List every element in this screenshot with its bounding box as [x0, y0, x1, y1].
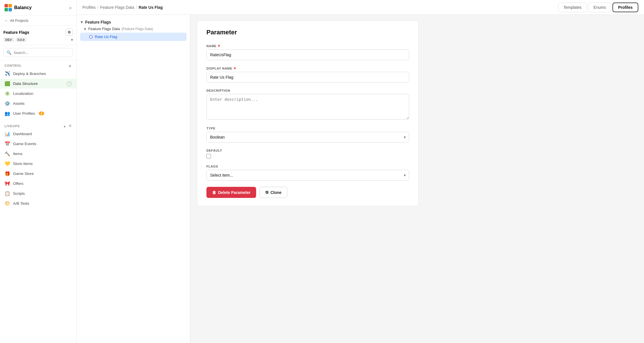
- env-tag: DEV: [3, 37, 14, 42]
- sidebar-item-label: Localization: [13, 91, 33, 96]
- sidebar-item-ab-tests[interactable]: 🌕 A/B Tests: [0, 198, 76, 208]
- beta-badge: β: [39, 112, 44, 115]
- ab-tests-icon: 🌕: [5, 201, 10, 206]
- sidebar-item-label: Store Items: [13, 162, 33, 166]
- sidebar-item-deploy-branches[interactable]: ✈️ Deploy & Branches: [0, 69, 76, 79]
- deploy-icon: ✈️: [5, 71, 10, 76]
- liveops-label: LIVEOPS: [5, 124, 20, 128]
- control-section-header[interactable]: CONTROL ▲: [0, 62, 76, 69]
- tree-panel: ▼ Feature Flags ▼ Feature Flags Data (Fe…: [77, 15, 190, 343]
- sidebar-item-label: Dashboard: [13, 132, 32, 136]
- sidebar-item-scripts[interactable]: 📋 Scripts: [0, 189, 76, 198]
- control-section: CONTROL ▲ ✈️ Deploy & Branches 🟩 Data St…: [0, 60, 76, 121]
- tree-sub-chevron: ▼: [83, 27, 87, 31]
- sidebar-item-store-items[interactable]: 💛 Store Items: [0, 159, 76, 169]
- scripts-icon: 📋: [5, 191, 10, 196]
- detail-panel: Parameter NAME ★ DISPLAY NAME ★: [190, 15, 644, 343]
- sidebar-item-assets[interactable]: ⚙️ Assets: [0, 99, 76, 108]
- app-name: Balancy: [14, 5, 32, 10]
- name-input[interactable]: [206, 49, 409, 60]
- version-tag: 0.0.0: [16, 37, 26, 42]
- delete-label: Delete Parameter: [218, 190, 250, 195]
- flags-field: FLAGS Select item... ▾: [206, 165, 409, 181]
- help-icon[interactable]: ?: [67, 81, 72, 86]
- topbar-tabs: Templates Enums Profiles: [558, 3, 638, 12]
- app-logo: Balancy: [5, 4, 32, 11]
- sidebar-item-label: Deploy & Branches: [13, 72, 46, 76]
- back-arrow-icon: ←: [5, 18, 8, 23]
- sidebar-item-localization[interactable]: ✳️ Localization: [0, 89, 76, 99]
- project-name: Feature Flags: [3, 30, 29, 35]
- tree-sub-label: Feature Flags Data: [88, 27, 120, 31]
- sidebar-item-label: Game Events: [13, 142, 36, 146]
- breadcrumb: Profiles / Feature Flags Data / Rate Us …: [82, 5, 163, 10]
- sidebar-item-user-profiles[interactable]: 👥 User Profiles β: [0, 108, 76, 118]
- svg-rect-1: [9, 4, 12, 7]
- dashboard-icon: 📊: [5, 131, 10, 137]
- tab-templates[interactable]: Templates: [558, 3, 587, 12]
- description-textarea[interactable]: [206, 94, 409, 120]
- liveops-gear-icon[interactable]: ⚙: [69, 124, 72, 128]
- sidebar-item-label: Scripts: [13, 191, 25, 196]
- sidebar-item-label: Data Structure: [13, 81, 38, 86]
- trash-icon: 🗑: [212, 190, 216, 195]
- name-label: NAME ★: [206, 44, 409, 48]
- clone-icon: ⧉: [265, 190, 268, 195]
- all-projects-link[interactable]: ← All Projects: [0, 16, 76, 26]
- breadcrumb-part1[interactable]: Profiles: [82, 5, 96, 10]
- data-structure-icon: 🟩: [5, 81, 10, 86]
- collapse-sidebar-button[interactable]: «: [69, 5, 72, 11]
- search-input[interactable]: [14, 51, 70, 55]
- assets-icon: ⚙️: [5, 101, 10, 106]
- clone-label: Clone: [270, 190, 281, 195]
- delete-parameter-button[interactable]: 🗑 Delete Parameter: [206, 187, 256, 198]
- breadcrumb-current: Rate Us Flag: [139, 5, 163, 10]
- project-dropdown-arrow[interactable]: ▾: [71, 37, 73, 42]
- tree-section-header[interactable]: ▼ Feature Flags: [80, 20, 187, 24]
- control-chevron: ▲: [68, 64, 72, 68]
- tree-sub-meta: (Feature Flags Data): [122, 27, 153, 31]
- tree-item-rate-us-flag[interactable]: Rate Us Flag: [80, 33, 187, 41]
- display-name-input[interactable]: [206, 72, 409, 83]
- liveops-section-header[interactable]: LIVEOPS ▲ ⚙: [0, 123, 76, 129]
- offers-icon: 🎀: [5, 181, 10, 186]
- sidebar-item-label: User Profiles: [13, 111, 35, 116]
- user-profiles-icon: 👥: [5, 111, 10, 116]
- tab-profiles[interactable]: Profiles: [612, 3, 638, 12]
- parameter-title: Parameter: [206, 29, 409, 36]
- type-select-wrap: Boolean String Integer Float ▾: [206, 132, 409, 143]
- search-icon: 🔍: [7, 50, 11, 55]
- tab-enums[interactable]: Enums: [588, 3, 611, 12]
- svg-rect-0: [5, 4, 8, 7]
- sidebar-item-game-events[interactable]: 📅 Game Events: [0, 139, 76, 149]
- main-area: Profiles / Feature Flags Data / Rate Us …: [77, 0, 644, 343]
- display-name-field: DISPLAY NAME ★: [206, 66, 409, 83]
- logo-icon: [5, 4, 12, 11]
- type-select[interactable]: Boolean String Integer Float: [206, 132, 409, 143]
- sidebar-item-offers[interactable]: 🎀 Offers: [0, 179, 76, 189]
- sidebar-item-game-store[interactable]: 🎁 Game Store: [0, 169, 76, 179]
- form-actions: 🗑 Delete Parameter ⧉ Clone: [206, 187, 409, 198]
- breadcrumb-part2[interactable]: Feature Flags Data: [100, 5, 134, 10]
- store-items-icon: 💛: [5, 161, 10, 166]
- type-field: TYPE Boolean String Integer Float ▾: [206, 127, 409, 143]
- project-settings-button[interactable]: ⚙: [66, 29, 73, 36]
- project-selector: Feature Flags ⚙ DEV 0.0.0 ▾: [0, 26, 76, 45]
- sidebar-item-items[interactable]: 🔨 Items: [0, 149, 76, 159]
- tree-sub-header[interactable]: ▼ Feature Flags Data (Feature Flags Data…: [83, 27, 187, 31]
- control-label: CONTROL: [5, 64, 22, 67]
- game-store-icon: 🎁: [5, 171, 10, 176]
- search-box: 🔍: [0, 45, 76, 60]
- sidebar-item-data-structure[interactable]: 🟩 Data Structure ?: [0, 79, 76, 89]
- flags-select[interactable]: Select item...: [206, 170, 409, 181]
- clone-button[interactable]: ⧉ Clone: [260, 187, 287, 198]
- sidebar-item-dashboard[interactable]: 📊 Dashboard: [0, 129, 76, 139]
- project-tags: DEV 0.0.0 ▾: [3, 37, 73, 42]
- default-field: DEFAULT: [206, 149, 409, 158]
- project-label-row: Feature Flags ⚙: [3, 29, 73, 36]
- sidebar-item-label: A/B Tests: [13, 201, 29, 206]
- default-checkbox[interactable]: [206, 154, 211, 158]
- sidebar-item-label: Offers: [13, 181, 24, 186]
- name-field: NAME ★: [206, 44, 409, 60]
- items-icon: 🔨: [5, 151, 10, 156]
